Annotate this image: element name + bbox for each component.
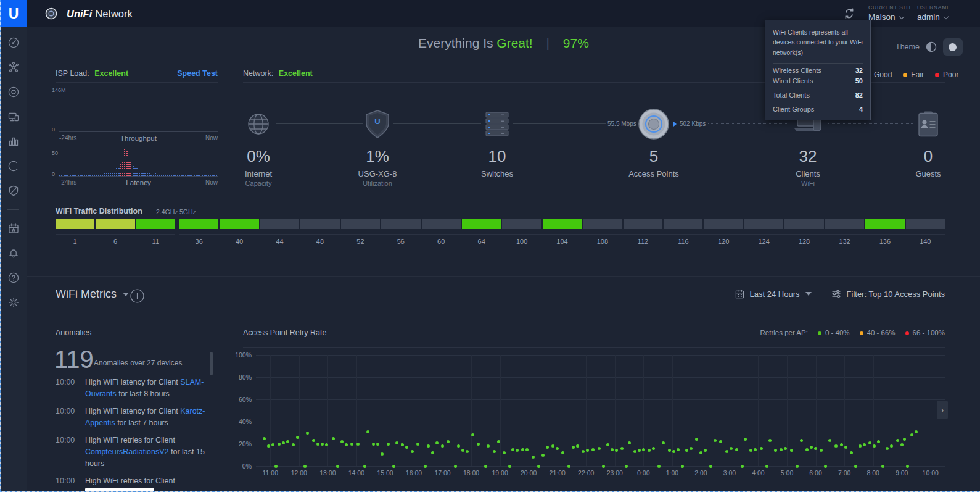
x-tick-label: 17:00 — [429, 469, 456, 477]
ubiquiti-logo-icon[interactable]: U — [0, 0, 27, 27]
username-dropdown[interactable]: USERNAME admin — [917, 4, 951, 22]
scatter-point — [325, 443, 328, 446]
scatter-point — [814, 447, 817, 450]
chevron-down-icon — [123, 293, 129, 296]
channel-60: 60 — [422, 219, 461, 245]
sidebar-item-help[interactable] — [0, 265, 27, 290]
scatter-point — [561, 451, 564, 454]
light-theme-icon[interactable] — [925, 41, 937, 53]
band-24ghz-label: 2.4GHz — [156, 208, 178, 215]
sidebar-item-settings[interactable] — [0, 290, 27, 315]
gridline-h — [256, 466, 945, 467]
sidebar-item-topology[interactable] — [0, 55, 27, 80]
channel-label: 44 — [260, 238, 299, 245]
latency-spark-column — [108, 172, 109, 177]
link-line — [393, 123, 481, 124]
scatter-point — [896, 439, 899, 442]
scatter-point — [416, 443, 419, 446]
scatter-point — [292, 443, 295, 446]
arrow-right-icon — [673, 122, 677, 127]
sidebar-nav — [0, 27, 27, 492]
sidebar-item-dashboard[interactable] — [0, 30, 27, 55]
wifi-traffic-distribution-title: WiFi Traffic Distribution — [56, 207, 142, 215]
node-sublabel: WiFi — [752, 180, 863, 187]
time-range-dropdown[interactable]: Last 24 Hours — [750, 290, 800, 299]
channel-bar — [502, 219, 541, 229]
x-tick-label: 8:00 — [860, 469, 887, 477]
sidebar-item-devices[interactable] — [0, 80, 27, 104]
access-point-icon[interactable] — [637, 107, 670, 143]
scatter-point — [466, 450, 469, 453]
anomaly-text-segment: High WiFi latency for Client — [85, 407, 180, 415]
switch-icon[interactable] — [483, 111, 511, 140]
status-prefix: Everything Is — [418, 36, 493, 50]
channel-6: 6 — [96, 219, 134, 245]
x-tick-label: 22:00 — [572, 469, 599, 477]
guests-icon[interactable] — [916, 110, 941, 140]
selection-border-left — [0, 0, 1, 492]
sidebar-item-events[interactable] — [0, 216, 27, 241]
speed-test-link[interactable]: Speed Test — [177, 69, 218, 78]
help-icon — [7, 272, 20, 284]
scatter-point — [546, 446, 549, 449]
scatter-point — [511, 448, 514, 451]
channel-label: 136 — [865, 238, 904, 245]
scatter-point — [497, 440, 500, 443]
latency-spark-column — [122, 157, 123, 176]
section-divider — [27, 276, 980, 277]
scatter-point — [768, 439, 772, 442]
current-site-dropdown[interactable]: CURRENT SITE Maison — [868, 4, 913, 22]
scatter-point — [725, 450, 728, 453]
channel-44: 44 — [260, 219, 299, 245]
status-divider: | — [546, 36, 550, 50]
scatter-point — [441, 444, 444, 448]
throughput-axis — [59, 131, 218, 132]
scatter-point — [567, 465, 570, 468]
legend-dot-icon — [860, 331, 863, 335]
scatter-point — [457, 444, 460, 448]
sidebar-item-alerts[interactable] — [0, 241, 27, 265]
sidebar-item-clients[interactable] — [0, 104, 27, 129]
gridline-v — [873, 355, 874, 466]
node-value: 1% — [328, 147, 427, 166]
x-tick-label: 0:00 — [630, 469, 657, 477]
svg-text:U: U — [374, 117, 380, 126]
scatter-point — [537, 465, 540, 468]
sidebar-item-statistics[interactable] — [0, 129, 27, 154]
channel-108: 108 — [583, 219, 622, 245]
anomaly-item: 10:00High WiFi latency for Client Karotz… — [56, 406, 217, 429]
gateway-icon[interactable]: U — [363, 109, 392, 142]
quality-fair: Fair — [903, 70, 924, 79]
latency-spark-column — [126, 151, 128, 176]
x-tick-label: 7:00 — [831, 469, 858, 477]
scatter-point — [877, 440, 880, 443]
ap-filter-dropdown[interactable]: Filter: Top 10 Access Points — [847, 290, 945, 299]
isp-load-header: ISP Load: Excellent Speed Test — [56, 69, 218, 78]
node-label: Guests — [873, 169, 980, 178]
scatter-point — [719, 440, 722, 443]
client-link[interactable]: CompteursRadiationsV2 — [85, 448, 169, 456]
globe-icon[interactable] — [245, 111, 271, 140]
sidebar-item-security[interactable] — [0, 178, 27, 203]
anomaly-time: 10:00 — [56, 377, 85, 400]
gridline-v — [327, 355, 328, 466]
gridline-v — [844, 355, 845, 466]
clients-icon — [7, 110, 20, 123]
dark-theme-button[interactable] — [943, 38, 963, 56]
node-value: 10 — [448, 147, 546, 166]
channel-56: 56 — [381, 219, 420, 245]
username-value: admin — [917, 12, 940, 22]
anomaly-time: 10:00 — [56, 406, 85, 429]
scatter-point — [392, 465, 395, 468]
scatter-point — [516, 449, 519, 452]
sidebar-item-insights[interactable] — [0, 154, 27, 178]
node-value: 0% — [209, 147, 308, 166]
channel-label: 11 — [136, 238, 175, 245]
add-metric-button[interactable] — [130, 289, 144, 306]
channel-bar — [865, 219, 904, 229]
next-page-arrow-button[interactable]: › — [937, 401, 948, 419]
wifi-metrics-dropdown[interactable]: WiFi Metrics — [56, 288, 129, 301]
scatter-point — [774, 449, 777, 452]
anomalies-scrollbar[interactable] — [210, 352, 213, 375]
scatter-point — [633, 450, 636, 453]
